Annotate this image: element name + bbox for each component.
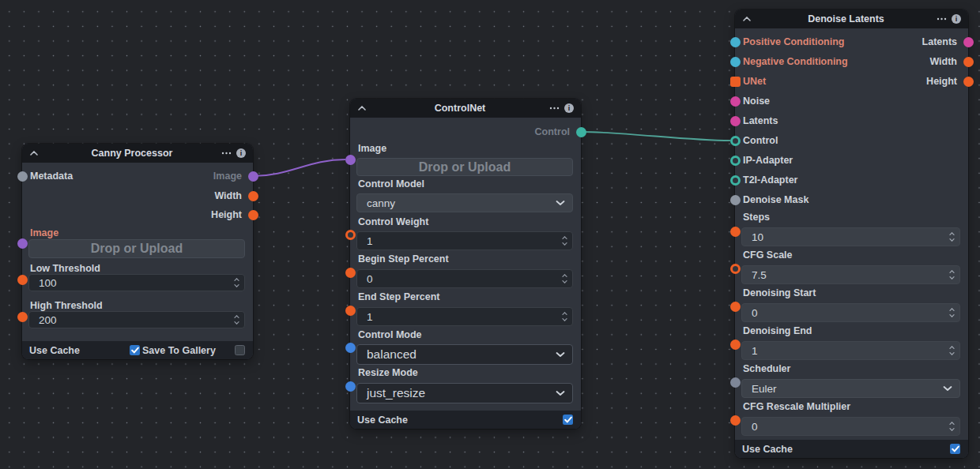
node-controlnet[interactable]: ControlNet i Control Image Drop or Uploa… bbox=[350, 99, 581, 429]
denoising-end-input[interactable]: 1 bbox=[741, 341, 960, 360]
handle-denoising-end[interactable] bbox=[730, 340, 741, 350]
node-denoise-latents[interactable]: Denoise Latents i Positive Conditioning … bbox=[735, 9, 968, 458]
node-menu-icon[interactable] bbox=[937, 12, 947, 26]
handle-control-weight[interactable] bbox=[345, 230, 356, 240]
number-steppers[interactable] bbox=[562, 274, 567, 283]
node-header-denoise[interactable]: Denoise Latents i bbox=[735, 9, 968, 28]
number-steppers[interactable] bbox=[949, 232, 955, 242]
handle-denoise-mask[interactable] bbox=[730, 195, 741, 205]
collapse-chevron-icon[interactable] bbox=[30, 151, 38, 156]
edge-controlnet-to-denoise[interactable] bbox=[581, 132, 730, 141]
control-model-value: canny bbox=[367, 197, 395, 209]
field-label-image: Image bbox=[30, 227, 58, 238]
handle-unet[interactable] bbox=[730, 77, 741, 87]
handle-t2i-adapter[interactable] bbox=[730, 175, 741, 186]
save-to-gallery-checkbox[interactable] bbox=[235, 345, 245, 355]
node-menu-icon[interactable] bbox=[221, 146, 232, 160]
scheduler-select[interactable]: Euler bbox=[741, 379, 960, 398]
stepper-up-icon bbox=[949, 308, 955, 311]
stepper-down-icon bbox=[562, 242, 567, 246]
collapse-chevron-icon[interactable] bbox=[743, 17, 751, 21]
scheduler-value: Euler bbox=[752, 383, 777, 395]
control-mode-select[interactable]: balanced bbox=[356, 344, 573, 365]
control-weight-input[interactable]: 1 bbox=[356, 231, 573, 250]
handle-image-input[interactable] bbox=[17, 238, 28, 249]
handle-control-output[interactable] bbox=[576, 127, 586, 137]
denoising-start-value: 0 bbox=[752, 307, 758, 319]
handle-control-mode[interactable] bbox=[345, 343, 356, 353]
stepper-down-icon bbox=[234, 321, 239, 325]
denoising-end-value: 1 bbox=[752, 345, 758, 357]
handle-height-output[interactable] bbox=[963, 77, 974, 87]
number-steppers[interactable] bbox=[562, 236, 567, 246]
handle-denoising-start[interactable] bbox=[730, 302, 741, 312]
control-model-select[interactable]: canny bbox=[356, 193, 573, 212]
stepper-up-icon bbox=[949, 346, 955, 349]
end-step-input[interactable]: 1 bbox=[356, 307, 573, 326]
number-steppers[interactable] bbox=[949, 346, 955, 355]
number-steppers[interactable] bbox=[234, 278, 239, 287]
high-threshold-input[interactable]: 200 bbox=[28, 311, 245, 328]
node-header-controlnet[interactable]: ControlNet i bbox=[350, 99, 581, 118]
handle-control-input[interactable] bbox=[730, 136, 741, 146]
handle-positive-conditioning[interactable] bbox=[730, 37, 741, 47]
use-cache-checkbox[interactable] bbox=[563, 415, 573, 425]
handle-latents-input[interactable] bbox=[730, 116, 741, 126]
number-steppers[interactable] bbox=[562, 312, 567, 321]
edge-canny-to-controlnet[interactable] bbox=[253, 159, 345, 176]
handle-metadata-input[interactable] bbox=[17, 171, 28, 182]
workflow-canvas[interactable]: Canny Processor i Metadata Image Width H… bbox=[0, 0, 980, 469]
info-icon[interactable]: i bbox=[236, 148, 246, 158]
stepper-up-icon bbox=[234, 278, 239, 281]
handle-image-output[interactable] bbox=[248, 171, 258, 182]
handle-negative-conditioning[interactable] bbox=[730, 57, 741, 67]
handle-scheduler[interactable] bbox=[730, 377, 741, 388]
handle-width-output[interactable] bbox=[248, 191, 258, 201]
field-label-metadata: Metadata bbox=[30, 171, 73, 182]
field-label-latents-output: Latents bbox=[922, 36, 957, 47]
handle-cfg-rescale[interactable] bbox=[730, 415, 741, 426]
handle-ip-adapter[interactable] bbox=[730, 156, 741, 166]
use-cache-checkbox[interactable] bbox=[130, 345, 140, 355]
chevron-down-icon bbox=[556, 201, 565, 206]
image-dropzone[interactable]: Drop or Upload bbox=[28, 239, 245, 258]
resize-mode-select[interactable]: just_resize bbox=[356, 383, 573, 403]
handle-cfg-scale[interactable] bbox=[730, 264, 741, 274]
node-menu-icon[interactable] bbox=[549, 101, 560, 115]
handle-resize-mode[interactable] bbox=[345, 381, 356, 392]
number-steppers[interactable] bbox=[949, 422, 955, 431]
image-dropzone[interactable]: Drop or Upload bbox=[356, 158, 573, 176]
end-step-value: 1 bbox=[367, 311, 373, 323]
node-header-canny[interactable]: Canny Processor i bbox=[22, 144, 253, 163]
number-steppers[interactable] bbox=[949, 308, 955, 317]
handle-width-output[interactable] bbox=[963, 57, 974, 67]
control-weight-value: 1 bbox=[367, 235, 373, 247]
info-icon[interactable]: i bbox=[952, 14, 961, 24]
begin-step-input[interactable]: 0 bbox=[356, 269, 573, 288]
low-threshold-input[interactable]: 100 bbox=[28, 274, 245, 291]
handle-image-input[interactable] bbox=[345, 155, 356, 165]
handle-end-step[interactable] bbox=[345, 306, 356, 316]
number-steppers[interactable] bbox=[949, 270, 955, 280]
cfg-scale-input[interactable]: 7.5 bbox=[741, 265, 960, 284]
field-label-noise: Noise bbox=[743, 96, 770, 107]
handle-begin-step[interactable] bbox=[345, 268, 356, 278]
number-steppers[interactable] bbox=[234, 315, 239, 325]
denoising-start-input[interactable]: 0 bbox=[741, 303, 960, 322]
high-threshold-value: 200 bbox=[39, 314, 57, 326]
cfg-rescale-input[interactable]: 0 bbox=[741, 417, 960, 436]
info-icon[interactable]: i bbox=[564, 103, 574, 113]
handle-steps[interactable] bbox=[730, 227, 741, 237]
field-label-unet: UNet bbox=[743, 76, 766, 87]
handle-latents-output[interactable] bbox=[963, 37, 974, 47]
handle-noise[interactable] bbox=[730, 96, 741, 107]
field-label-cfg-rescale: CFG Rescale Multiplier bbox=[743, 401, 850, 412]
collapse-chevron-icon[interactable] bbox=[358, 106, 366, 111]
handle-height-output[interactable] bbox=[248, 210, 258, 220]
steps-input[interactable]: 10 bbox=[741, 227, 960, 246]
use-cache-checkbox[interactable] bbox=[950, 444, 960, 454]
handle-high-threshold[interactable] bbox=[17, 312, 28, 322]
node-canny-processor[interactable]: Canny Processor i Metadata Image Width H… bbox=[22, 144, 253, 359]
field-label-negative-conditioning: Negative Conditioning bbox=[743, 56, 848, 67]
handle-low-threshold[interactable] bbox=[17, 275, 28, 285]
